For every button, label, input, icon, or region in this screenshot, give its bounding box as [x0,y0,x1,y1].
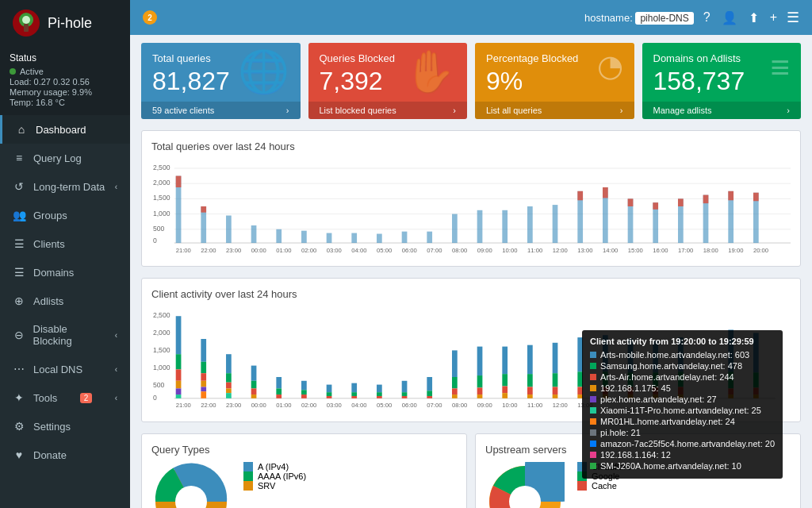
menu-icon[interactable]: ☰ [787,9,799,26]
sidebar-item-donate[interactable]: ♥ Donate [0,441,130,469]
add-icon[interactable]: + [770,10,777,25]
pct-blocked-footer[interactable]: List all queries › [475,102,634,119]
sidebar-item-tools-label: Tools [33,392,57,404]
sidebar-item-query-log[interactable]: ≡ Query Log [0,144,130,172]
sidebar-item-groups[interactable]: 👥 Groups [0,201,130,229]
svg-rect-108 [327,385,332,393]
svg-rect-137 [527,387,533,395]
svg-rect-82 [176,354,182,369]
tooltip-dot-6 [590,418,596,425]
client-activity-chart-title: Client activity over last 24 hours [151,288,791,300]
queries-blocked-footer-arrow: › [453,106,456,115]
svg-rect-100 [251,389,257,395]
stat-card-domains-adlists: Domains on Adlists 158,737 ≡ Manage adli… [642,43,802,119]
sidebar: Pi-hole Status Active Load: 0.27 0.32 0.… [0,0,130,508]
sidebar-item-tools[interactable]: ✦ Tools 2 ‹ [0,383,130,412]
upstream-pie [485,462,565,508]
svg-rect-139 [553,343,558,373]
user-icon[interactable]: 👤 [722,10,737,25]
svg-rect-101 [251,394,257,398]
svg-rect-89 [201,373,206,381]
svg-text:12:00: 12:00 [553,402,568,410]
svg-text:09:00: 09:00 [477,247,492,254]
svg-rect-37 [603,187,608,198]
stat-cards: Total queries 81,827 🌐 59 active clients… [141,43,801,119]
sidebar-item-settings[interactable]: ⚙ Settings [0,412,130,441]
svg-text:1,000: 1,000 [153,364,170,372]
svg-rect-99 [251,381,257,389]
svg-text:2,000: 2,000 [153,329,170,337]
svg-rect-117 [402,381,408,392]
sidebar-item-local-dns[interactable]: ⋯ Local DNS ‹ [0,355,130,383]
svg-rect-20 [226,216,232,244]
tooltip-dot-4 [590,396,596,402]
svg-rect-113 [351,396,357,398]
sidebar-item-dashboard-label: Dashboard [36,124,86,136]
sidebar-item-long-term[interactable]: ↺ Long-term Data ‹ [0,172,130,201]
sidebar-item-long-term-label: Long-term Data [33,181,105,193]
svg-rect-109 [327,392,332,396]
svg-rect-140 [553,373,558,387]
svg-rect-96 [226,389,232,394]
svg-rect-39 [628,199,634,207]
svg-rect-17 [176,176,182,187]
update-badge[interactable]: 2 [143,10,157,25]
svg-text:500: 500 [153,225,165,233]
sidebar-item-donate-label: Donate [33,449,67,461]
svg-rect-116 [377,396,382,398]
tooltip-label-10: SM-J260A.home.artvandelay.net: 10 [600,461,741,471]
status-load-label: Load: 0.27 0.32 0.56 [10,77,90,87]
svg-rect-27 [402,232,408,243]
domains-adlists-icon: ≡ [770,51,790,84]
upload-icon[interactable]: ⬆ [749,10,759,25]
svg-rect-30 [477,210,483,243]
svg-text:02:00: 02:00 [301,247,316,254]
sidebar-nav: ⌂ Dashboard ≡ Query Log ↺ Long-term Data… [0,115,130,508]
help-icon[interactable]: ? [703,10,710,25]
tooltip-title: Client activity from 19:20:00 to 19:29:5… [590,337,775,346]
total-queries-chart: Total queries over last 24 hours 2,500 2… [141,130,801,267]
groups-icon: 👥 [13,209,25,221]
tooltip-row-2: Arts-Air.home.artvandelay.net: 244 [590,372,775,382]
sidebar-item-clients-label: Clients [33,238,65,250]
legend-box-2 [243,481,253,491]
svg-text:11:00: 11:00 [527,402,542,410]
status-temp-label: Temp: 16.8 °C [10,98,65,107]
svg-rect-130 [477,394,483,398]
svg-rect-31 [502,210,508,243]
total-queries-chart-title: Total queries over last 24 hours [151,140,791,152]
sidebar-item-dashboard[interactable]: ⌂ Dashboard [0,115,130,144]
svg-rect-112 [351,392,357,396]
svg-rect-19 [201,206,206,213]
stat-card-pct-blocked: Percentage Blocked 9% ◔ List all queries… [475,43,634,119]
pct-blocked-icon: ◔ [597,51,623,81]
sidebar-item-domains[interactable]: ☰ Domains [0,258,130,287]
svg-text:20:00: 20:00 [753,247,768,254]
queries-blocked-footer[interactable]: List blocked queries › [308,102,468,119]
legend-label-2: SRV [258,481,275,491]
svg-text:2,000: 2,000 [153,179,170,187]
svg-rect-123 [452,351,458,378]
query-log-icon: ≡ [13,152,25,164]
total-queries-footer[interactable]: 59 active clients › [141,102,301,119]
svg-rect-92 [201,391,206,398]
svg-text:03:00: 03:00 [327,247,342,254]
sidebar-item-adlists[interactable]: ⊕ Adlists [0,287,130,315]
sidebar-item-clients[interactable]: ☰ Clients [0,229,130,258]
tools-icon: ✦ [13,391,25,404]
svg-text:08:00: 08:00 [452,402,467,410]
domains-adlists-footer[interactable]: Manage adlists › [642,102,802,119]
svg-rect-132 [502,374,508,386]
svg-rect-122 [427,396,432,398]
sidebar-logo-text: Pi-hole [48,15,92,32]
content-area: Total queries 81,827 🌐 59 active clients… [130,35,812,508]
sidebar-item-disable-blocking[interactable]: ⊖ Disable Blocking ‹ [0,315,130,355]
sidebar-item-query-log-label: Query Log [33,152,82,164]
long-term-arrow: ‹ [115,183,117,191]
svg-text:05:00: 05:00 [377,402,392,410]
svg-rect-93 [226,354,232,373]
svg-text:19:00: 19:00 [728,247,743,254]
upstream-legend-label-2: Cache [592,481,617,491]
svg-text:15:00: 15:00 [628,247,643,254]
svg-text:22:00: 22:00 [201,402,216,410]
